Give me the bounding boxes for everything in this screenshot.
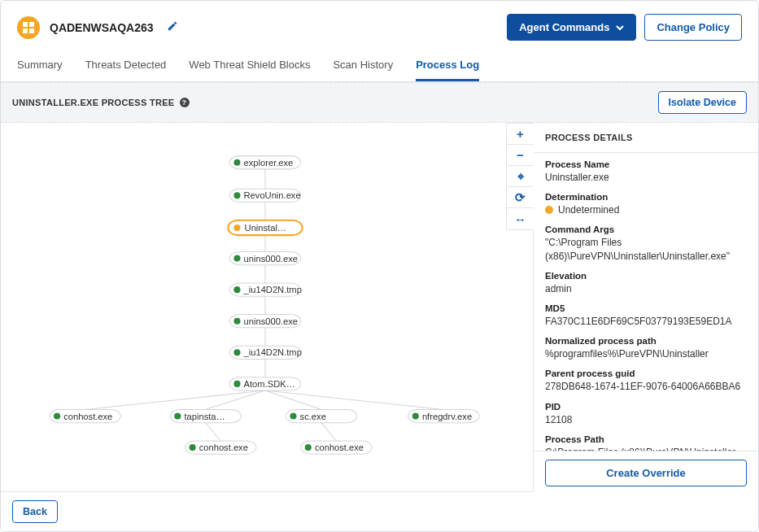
tab-webthreat[interactable]: Web Threat Shield Blocks: [189, 54, 310, 81]
value-determination: Undetermined: [558, 203, 619, 216]
hostname-label: QADENWSAQA263: [50, 21, 154, 34]
change-policy-button[interactable]: Change Policy: [644, 14, 742, 41]
details-footer: Create Override: [534, 451, 758, 495]
label-process-path: Process Path: [545, 434, 747, 444]
details-header: PROCESS DETAILS: [534, 123, 758, 153]
page-root: QADENWSAQA263 Agent Commands Change Poli…: [0, 0, 759, 532]
svg-point-38: [54, 412, 60, 419]
svg-point-50: [190, 444, 196, 451]
svg-point-35: [233, 381, 240, 387]
main-split: + − ⌖ ⟳ ↔: [1, 123, 758, 495]
tree-node-conhost3[interactable]: conhost.exe: [301, 441, 372, 454]
refresh-icon[interactable]: ⟳: [507, 187, 534, 208]
tree-node-sc[interactable]: sc.exe: [286, 409, 356, 422]
svg-text:tapinsta…: tapinsta…: [184, 412, 225, 421]
agent-commands-button[interactable]: Agent Commands: [507, 14, 636, 41]
tree-node-conhost1[interactable]: conhost.exe: [50, 409, 120, 422]
tab-summary[interactable]: Summary: [17, 54, 63, 81]
svg-point-29: [233, 318, 240, 325]
zoom-in-icon[interactable]: +: [507, 124, 534, 145]
tree-node-conhost2[interactable]: conhost.exe: [185, 441, 255, 454]
value-normalized-path: %programfiles%\PureVPN\Uninstaller: [545, 347, 747, 360]
label-pid: PID: [545, 402, 747, 412]
label-determination: Determination: [545, 192, 747, 202]
svg-point-23: [233, 255, 240, 261]
tab-scanhistory[interactable]: Scan History: [333, 54, 393, 81]
chevron-down-icon: [616, 24, 624, 32]
svg-point-32: [233, 349, 240, 355]
help-icon[interactable]: ?: [180, 98, 190, 107]
svg-text:unins000.exe: unins000.exe: [244, 316, 298, 326]
tab-threats[interactable]: Threats Detected: [85, 54, 167, 81]
tree-footer: Back: [1, 491, 534, 531]
page-header: QADENWSAQA263 Agent Commands Change Poli…: [1, 1, 758, 49]
zoom-out-icon[interactable]: −: [507, 145, 534, 166]
windows-icon: [17, 16, 40, 39]
edit-icon[interactable]: [167, 20, 178, 34]
tree-node-unins000a[interactable]: unins000.exe: [229, 251, 300, 264]
tree-node-revounin[interactable]: RevoUnin.exe: [229, 189, 300, 202]
process-tree-title: UNINSTALLER.EXE PROCESS TREE: [12, 98, 175, 107]
tree-node-tapinsta[interactable]: tapinsta…: [170, 409, 241, 422]
svg-rect-1: [29, 22, 34, 27]
value-parent-guid: 278DB648-1674-11EF-9076-64006A66BBA6: [545, 380, 747, 393]
value-pid: 12108: [545, 413, 747, 426]
svg-rect-2: [23, 28, 28, 33]
value-md5: FA370C11E6DF69C5F03779193E59ED1A: [545, 315, 747, 328]
back-button[interactable]: Back: [12, 500, 58, 523]
label-command-args: Command Args: [545, 225, 747, 234]
svg-rect-0: [23, 22, 28, 27]
svg-point-26: [233, 286, 240, 293]
svg-line-12: [321, 423, 336, 441]
process-tree-pane[interactable]: + − ⌖ ⟳ ↔: [1, 123, 534, 495]
svg-text:_iu14D2N.tmp: _iu14D2N.tmp: [243, 285, 302, 294]
details-panel: PROCESS DETAILS Process NameUninstaller.…: [534, 123, 758, 495]
isolate-device-button[interactable]: Isolate Device: [658, 91, 747, 114]
tree-node-explorer[interactable]: explorer.exe: [229, 156, 300, 169]
svg-point-44: [290, 412, 296, 419]
tree-node-iu14d2nb[interactable]: _iu14D2N.tmp: [229, 346, 302, 359]
details-body: Process NameUninstaller.exe Determinatio…: [534, 153, 758, 451]
label-normalized-path: Normalized process path: [545, 336, 747, 346]
value-process-name: Uninstaller.exe: [545, 171, 747, 184]
svg-text:unins000.exe: unins000.exe: [244, 254, 298, 264]
status-dot-icon: [545, 206, 553, 214]
agent-commands-label: Agent Commands: [519, 21, 609, 33]
svg-point-53: [305, 444, 312, 451]
svg-line-11: [206, 423, 220, 441]
process-tree-header: UNINSTALLER.EXE PROCESS TREE ? Isolate D…: [1, 82, 758, 123]
svg-point-41: [174, 412, 181, 419]
svg-text:conhost.exe: conhost.exe: [199, 443, 248, 452]
center-icon[interactable]: ⌖: [507, 166, 534, 187]
svg-point-20: [233, 225, 240, 231]
svg-text:Atom.SDK…: Atom.SDK…: [244, 379, 295, 389]
tab-processlog[interactable]: Process Log: [416, 54, 479, 81]
value-command-args: "C:\Program Files (x86)\PureVPN\Uninstal…: [545, 236, 747, 262]
svg-text:conhost.exe: conhost.exe: [63, 412, 112, 421]
tree-node-unins000b[interactable]: unins000.exe: [229, 315, 300, 328]
label-process-name: Process Name: [545, 159, 747, 169]
svg-text:Uninstal…: Uninstal…: [245, 223, 286, 233]
label-parent-guid: Parent process guid: [545, 368, 747, 378]
svg-point-17: [233, 192, 240, 198]
tree-toolstrip: + − ⌖ ⟳ ↔: [506, 123, 534, 230]
create-override-button[interactable]: Create Override: [545, 460, 747, 486]
label-md5: MD5: [545, 303, 747, 313]
tree-node-uninstaller[interactable]: Uninstal…: [228, 220, 302, 235]
value-elevation: admin: [545, 282, 747, 295]
svg-text:_iu14D2N.tmp: _iu14D2N.tmp: [243, 347, 302, 357]
label-elevation: Elevation: [545, 271, 747, 281]
tree-node-atomsdk[interactable]: Atom.SDK…: [229, 377, 300, 390]
svg-rect-3: [29, 28, 34, 33]
svg-point-47: [412, 412, 419, 419]
tab-bar: Summary Threats Detected Web Threat Shie…: [1, 49, 758, 82]
process-tree-svg: explorer.exe RevoUnin.exe Uninstal… unin…: [1, 123, 533, 495]
tree-node-nfregdrv[interactable]: nfregdrv.exe: [408, 409, 479, 422]
svg-text:sc.exe: sc.exe: [300, 412, 326, 421]
expand-icon[interactable]: ↔: [507, 208, 534, 229]
svg-text:conhost.exe: conhost.exe: [315, 443, 364, 452]
svg-text:explorer.exe: explorer.exe: [244, 158, 294, 168]
svg-point-14: [233, 159, 240, 166]
svg-text:nfregdrv.exe: nfregdrv.exe: [422, 412, 472, 421]
tree-node-iu14d2na[interactable]: _iu14D2N.tmp: [229, 283, 302, 296]
